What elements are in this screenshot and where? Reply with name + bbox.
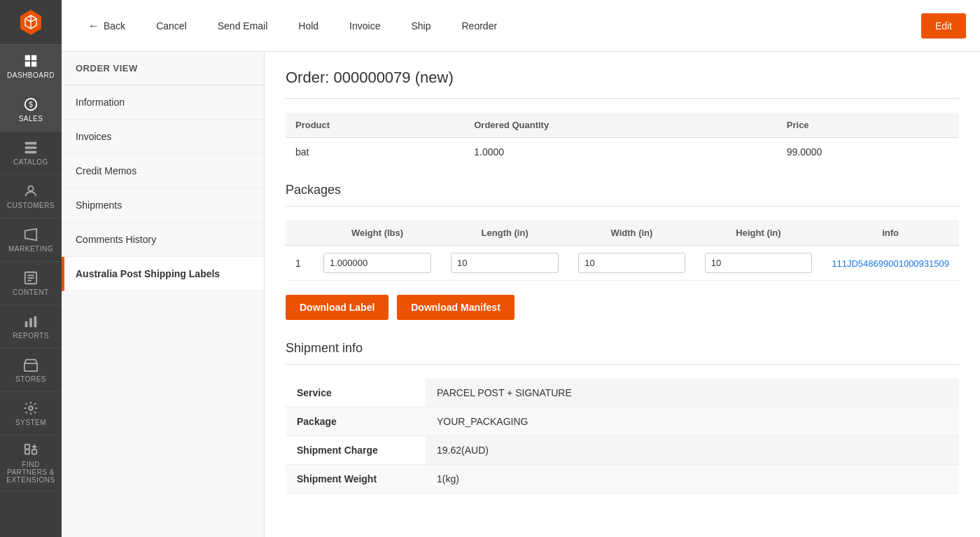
packages-table: Weight (lbs) Length (in) Width (in) Heig… — [286, 221, 959, 281]
sidebar-item-dashboard[interactable]: DASHBOARD — [0, 45, 62, 88]
nav-comments-history[interactable]: Comments History — [62, 223, 264, 257]
sidebar-item-customers[interactable]: CUSTOMERS — [0, 175, 62, 218]
reports-icon — [23, 314, 38, 329]
cancel-button[interactable]: Cancel — [144, 13, 200, 39]
svg-rect-15 — [29, 318, 32, 327]
dashboard-icon — [23, 53, 38, 69]
service-value: PARCEL POST + SIGNATURE — [426, 379, 959, 407]
pkg-col-info: info — [822, 221, 959, 246]
sidebar-item-dashboard-label: DASHBOARD — [7, 71, 55, 79]
sidebar-item-extensions[interactable]: FIND PARTNERS & EXTENSIONS — [0, 435, 62, 491]
products-col-price: Price — [777, 113, 959, 138]
table-row: Shipment Charge 19.62(AUD) — [286, 436, 959, 465]
table-row: bat 1.0000 99.0000 — [286, 138, 959, 167]
shipment-weight-value: 1(kg) — [426, 465, 959, 494]
sidebar-item-content[interactable]: CONTENT — [0, 262, 62, 305]
edit-button[interactable]: Edit — [921, 13, 966, 39]
customers-icon — [23, 183, 38, 199]
download-manifest-button[interactable]: Download Manifest — [397, 295, 514, 320]
marketing-icon — [23, 227, 38, 242]
download-label-button[interactable]: Download Label — [286, 295, 388, 320]
pkg-col-width: Width (in) — [568, 221, 695, 246]
shipment-weight-label: Shipment Weight — [286, 465, 426, 494]
sidebar-item-system-label: SYSTEM — [15, 419, 46, 426]
shipment-info-divider — [286, 364, 959, 365]
back-arrow-icon: ← — [88, 20, 99, 32]
pkg-tracking-cell: 111JD548699001000931509 — [822, 246, 959, 281]
sidebar-item-customers-label: CUSTOMERS — [7, 202, 55, 209]
table-row: Package YOUR_PACKAGING — [286, 407, 959, 436]
extensions-icon — [23, 442, 38, 458]
service-label: Service — [286, 379, 426, 407]
svg-rect-0 — [25, 55, 30, 60]
products-col-quantity: Ordered Quantity — [464, 113, 777, 138]
table-row: Service PARCEL POST + SIGNATURE — [286, 379, 959, 407]
sidebar-item-sales[interactable]: $ SALES — [0, 88, 62, 132]
pkg-length-input[interactable] — [451, 253, 559, 273]
pkg-width-input[interactable] — [578, 253, 685, 273]
sidebar-item-marketing[interactable]: MARKETING — [0, 218, 62, 262]
svg-rect-6 — [25, 142, 37, 145]
send-email-button[interactable]: Send Email — [205, 13, 281, 39]
sidebar-logo — [0, 0, 62, 45]
svg-rect-21 — [25, 445, 29, 449]
sidebar-item-stores[interactable]: STORES — [0, 349, 62, 392]
toolbar: ← Back Cancel Send Email Hold Invoice Sh… — [62, 0, 980, 52]
svg-point-18 — [29, 406, 33, 410]
pkg-height-cell — [695, 246, 822, 281]
sidebar-item-system[interactable]: SYSTEM — [0, 392, 62, 435]
svg-rect-1 — [31, 55, 36, 60]
pkg-col-height: Height (in) — [695, 221, 822, 246]
catalog-icon — [23, 140, 38, 155]
svg-rect-19 — [25, 449, 29, 454]
pkg-num: 1 — [286, 246, 314, 281]
svg-rect-2 — [25, 62, 30, 67]
svg-rect-20 — [32, 449, 36, 454]
pkg-width-cell — [568, 246, 695, 281]
product-name: bat — [286, 138, 464, 167]
nav-shipments[interactable]: Shipments — [62, 188, 264, 223]
back-button[interactable]: ← Back — [76, 13, 138, 39]
svg-rect-3 — [31, 62, 36, 67]
hold-button[interactable]: Hold — [286, 13, 331, 39]
nav-australia-post[interactable]: Australia Post Shipping Labels — [62, 257, 264, 291]
left-nav: ORDER VIEW Information Invoices Credit M… — [62, 52, 265, 537]
shipment-charge-value: 19.62(AUD) — [426, 436, 959, 465]
package-value: YOUR_PACKAGING — [426, 407, 959, 436]
product-quantity: 1.0000 — [464, 138, 777, 167]
shipment-charge-label: Shipment Charge — [286, 436, 426, 465]
reorder-button[interactable]: Reorder — [449, 13, 510, 39]
tracking-number-link[interactable]: 111JD548699001000931509 — [832, 258, 949, 269]
pkg-height-input[interactable] — [705, 253, 813, 273]
magento-logo — [18, 10, 43, 35]
products-table: Product Ordered Quantity Price bat 1.000… — [286, 113, 959, 166]
product-price: 99.0000 — [777, 138, 959, 167]
title-divider — [286, 98, 959, 99]
svg-rect-8 — [25, 151, 37, 154]
table-row: Shipment Weight 1(kg) — [286, 465, 959, 494]
sidebar-item-content-label: CONTENT — [13, 288, 49, 296]
svg-rect-14 — [25, 321, 28, 327]
pkg-col-length: Length (in) — [441, 221, 568, 246]
sidebar-item-catalog[interactable]: CATALOG — [0, 132, 62, 175]
svg-rect-7 — [25, 146, 37, 149]
sales-icon: $ — [23, 97, 38, 112]
pkg-col-weight: Weight (lbs) — [314, 221, 441, 246]
nav-invoices[interactable]: Invoices — [62, 120, 264, 154]
sidebar-item-catalog-label: CATALOG — [13, 158, 48, 166]
action-buttons: Download Label Download Manifest — [286, 295, 959, 320]
package-label: Package — [286, 407, 426, 436]
system-icon — [23, 400, 38, 416]
shipment-info-table: Service PARCEL POST + SIGNATURE Package … — [286, 379, 959, 494]
package-row: 1 111JD54 — [286, 246, 959, 281]
main-area: ← Back Cancel Send Email Hold Invoice Sh… — [62, 0, 980, 537]
content-icon — [23, 270, 38, 286]
sidebar-item-extensions-label: FIND PARTNERS & EXTENSIONS — [4, 461, 57, 484]
ship-button[interactable]: Ship — [398, 13, 443, 39]
sidebar: DASHBOARD $ SALES CATALOG CUSTOMERS MARK… — [0, 0, 62, 537]
sidebar-item-reports[interactable]: REPORTS — [0, 305, 62, 349]
invoice-button[interactable]: Invoice — [337, 13, 393, 39]
nav-information[interactable]: Information — [62, 85, 264, 120]
nav-credit-memos[interactable]: Credit Memos — [62, 154, 264, 188]
pkg-weight-input[interactable] — [323, 253, 431, 273]
